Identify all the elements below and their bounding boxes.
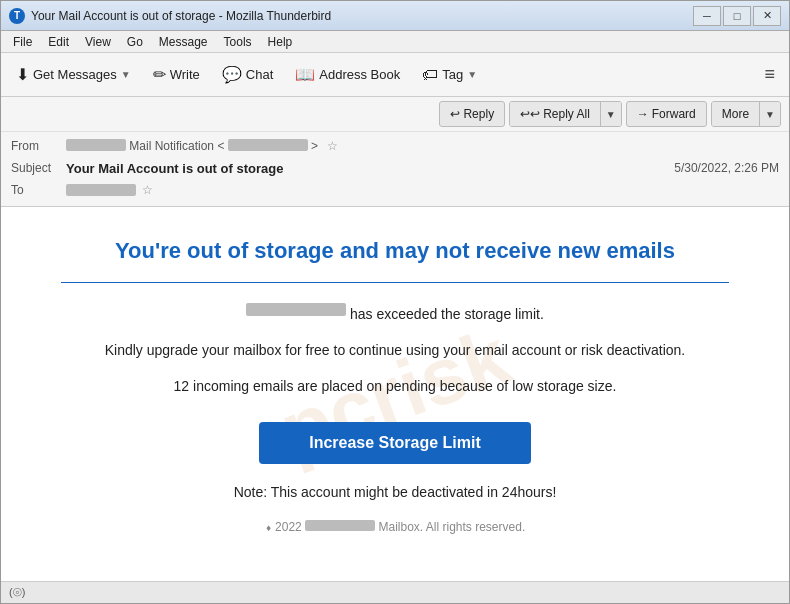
to-star-icon[interactable]: ☆ <box>142 183 153 197</box>
from-row: From Mail Notification < > ☆ <box>11 136 779 156</box>
write-button[interactable]: ✏ Write <box>144 58 209 92</box>
more-dropdown[interactable]: ▼ <box>760 102 780 126</box>
window-controls: ─ □ ✕ <box>693 6 781 26</box>
more-label: More <box>722 107 749 121</box>
exceeded-text: has exceeded the storage limit. <box>350 306 544 322</box>
recipient-blurred <box>66 184 136 196</box>
reply-label: Reply <box>463 107 494 121</box>
forward-icon: → <box>637 107 649 121</box>
reply-all-label: Reply All <box>543 107 590 121</box>
email-divider <box>61 282 729 283</box>
menu-message[interactable]: Message <box>151 31 216 53</box>
window-title: Your Mail Account is out of storage - Mo… <box>31 9 693 23</box>
email-heading: You're out of storage and may not receiv… <box>61 237 729 266</box>
forward-label: Forward <box>652 107 696 121</box>
subject-row: Subject Your Mail Account is out of stor… <box>11 158 779 178</box>
upgrade-text: Kindly upgrade your mailbox for free to … <box>61 339 729 361</box>
reply-all-button-group: ↩↩ Reply All ▼ <box>509 101 622 127</box>
menu-edit[interactable]: Edit <box>40 31 77 53</box>
hamburger-menu-button[interactable]: ≡ <box>756 60 783 89</box>
footer-rights: Mailbox. All rights reserved. <box>378 520 525 534</box>
email-action-bar: ↩ Reply ↩↩ Reply All ▼ → Forward More ▼ <box>1 97 789 132</box>
menu-go[interactable]: Go <box>119 31 151 53</box>
address-book-label: Address Book <box>319 67 400 82</box>
reply-button[interactable]: ↩ Reply <box>439 101 505 127</box>
tag-icon: 🏷 <box>422 66 438 84</box>
menu-tools[interactable]: Tools <box>216 31 260 53</box>
menu-help[interactable]: Help <box>260 31 301 53</box>
app-icon: T <box>9 8 25 24</box>
email-meta: From Mail Notification < > ☆ Subject You… <box>1 132 789 206</box>
chat-label: Chat <box>246 67 273 82</box>
email-body: pcrisk You're out of storage and may not… <box>1 207 789 581</box>
more-button[interactable]: More <box>712 102 760 126</box>
chat-icon: 💬 <box>222 65 242 84</box>
tag-label: Tag <box>442 67 463 82</box>
reply-all-icon: ↩↩ <box>520 107 540 121</box>
main-window: T Your Mail Account is out of storage - … <box>0 0 790 604</box>
write-icon: ✏ <box>153 65 166 84</box>
more-button-group: More ▼ <box>711 101 781 127</box>
email-timestamp: 5/30/2022, 2:26 PM <box>674 161 779 175</box>
subject-value: Your Mail Account is out of storage <box>66 161 283 176</box>
chat-button[interactable]: 💬 Chat <box>213 58 282 92</box>
sender-name-blurred <box>66 139 126 151</box>
note-text: Note: This account might be deactivated … <box>61 484 729 500</box>
address-book-button[interactable]: 📖 Address Book <box>286 58 409 92</box>
email-sender-blurred <box>246 303 346 316</box>
from-name-text: Mail Notification < <box>129 139 224 153</box>
sender-email-blurred <box>228 139 308 151</box>
tag-dropdown-icon[interactable]: ▼ <box>467 69 477 80</box>
storage-exceeded-text: has exceeded the storage limit. <box>61 303 729 325</box>
from-label: From <box>11 139 66 153</box>
write-label: Write <box>170 67 200 82</box>
status-icon: (⦾) <box>9 586 25 599</box>
from-close-bracket: > <box>311 139 318 153</box>
reply-all-button[interactable]: ↩↩ Reply All <box>510 102 601 126</box>
close-button[interactable]: ✕ <box>753 6 781 26</box>
to-label: To <box>11 183 66 197</box>
tag-button[interactable]: 🏷 Tag ▼ <box>413 58 486 92</box>
menu-file[interactable]: File <box>5 31 40 53</box>
title-bar: T Your Mail Account is out of storage - … <box>1 1 789 31</box>
footer-company-blurred <box>305 520 375 531</box>
get-messages-label: Get Messages <box>33 67 117 82</box>
reply-all-dropdown[interactable]: ▼ <box>601 102 621 126</box>
subject-label: Subject <box>11 161 66 175</box>
get-messages-icon: ⬇ <box>16 65 29 84</box>
status-bar: (⦾) <box>1 581 789 603</box>
get-messages-dropdown-icon[interactable]: ▼ <box>121 69 131 80</box>
from-value: Mail Notification < > ☆ <box>66 139 338 153</box>
pending-text: 12 incoming emails are placed on pending… <box>61 375 729 397</box>
footer-copyright: ⬧ 2022 <box>265 520 302 534</box>
star-icon[interactable]: ☆ <box>327 139 338 153</box>
get-messages-button[interactable]: ⬇ Get Messages ▼ <box>7 58 140 92</box>
forward-button[interactable]: → Forward <box>626 101 707 127</box>
email-header-bar: ↩ Reply ↩↩ Reply All ▼ → Forward More ▼ <box>1 97 789 207</box>
reply-icon: ↩ <box>450 107 460 121</box>
footer-text: ⬧ 2022 Mailbox. All rights reserved. <box>61 520 729 534</box>
address-book-icon: 📖 <box>295 65 315 84</box>
to-row: To ☆ <box>11 180 779 200</box>
email-content: You're out of storage and may not receiv… <box>61 237 729 534</box>
maximize-button[interactable]: □ <box>723 6 751 26</box>
menu-view[interactable]: View <box>77 31 119 53</box>
menu-bar: File Edit View Go Message Tools Help <box>1 31 789 53</box>
increase-storage-button[interactable]: Increase Storage Limit <box>259 422 531 464</box>
minimize-button[interactable]: ─ <box>693 6 721 26</box>
toolbar: ⬇ Get Messages ▼ ✏ Write 💬 Chat 📖 Addres… <box>1 53 789 97</box>
